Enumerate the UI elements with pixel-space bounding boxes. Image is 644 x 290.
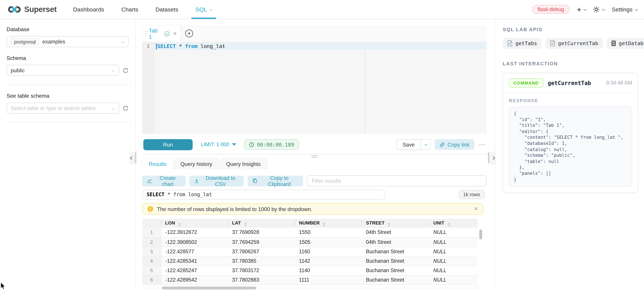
sql-code-editor[interactable]: 1 SELECT * from long_lat (142, 42, 486, 134)
create-chart-button[interactable]: Create chart (142, 176, 186, 186)
main-nav: Dashboards Charts Datasets SQL (72, 0, 214, 19)
row-number: 2 (142, 237, 161, 247)
table-cell: -122.3912672 (161, 228, 228, 237)
refresh-schema-icon[interactable] (122, 67, 128, 74)
run-button[interactable]: Run (144, 139, 193, 150)
content-area: Database postgresql examples Schema publ… (0, 19, 644, 290)
chevron-down-icon (112, 68, 115, 72)
collapse-sidebar-button[interactable] (129, 151, 134, 165)
limit-label: LIMIT: 1 000 (201, 142, 229, 147)
column-header-lon[interactable]: LON (161, 219, 228, 228)
table-cell: -122.4285341 (161, 256, 228, 266)
download-csv-button[interactable]: Download to CSV (189, 176, 244, 186)
column-header-number[interactable]: NUMBER (295, 219, 362, 228)
save-button[interactable]: Save (396, 139, 421, 150)
table-cell: -122.4289542 (161, 275, 228, 285)
editor-code-area[interactable]: SELECT * from long_lat (154, 42, 487, 134)
save-options-button[interactable] (421, 139, 431, 150)
sort-icon[interactable] (323, 222, 326, 226)
table-row: 1-122.391267237.7690928155004th StreetNU… (142, 228, 478, 237)
theme-menu[interactable] (593, 6, 605, 13)
last-interaction-heading: LAST INTERACTION (503, 61, 638, 66)
column-header-lat[interactable]: LAT (228, 219, 295, 228)
row-limit-warning: ! The number of rows displayed is limite… (142, 203, 484, 215)
results-grid: LON LAT NUMBER STREET UNIT 1-122.3912672… (142, 219, 484, 290)
nav-item-dashboards[interactable]: Dashboards (72, 0, 106, 19)
table-cell: 04th Street (362, 228, 429, 237)
sql-lab-page: Superset Dashboards Charts Datasets SQL … (0, 0, 644, 290)
table-row: 3-122.42857737.78062671160Buchanan Stree… (142, 247, 478, 256)
new-item-menu[interactable]: + (577, 5, 586, 13)
chevron-down-icon (584, 7, 587, 11)
splitter-drag-handle[interactable] (135, 152, 136, 163)
splitter-drag-handle[interactable] (488, 152, 490, 163)
copy-to-clipboard-button[interactable]: Copy to Clipboard (248, 176, 303, 186)
api-getcurrenttab-button[interactable]: getCurrentTab (545, 38, 603, 49)
warning-icon: ! (148, 206, 153, 212)
more-actions-button[interactable]: ⋯ (479, 141, 486, 148)
copy-link-label: Copy link (448, 141, 470, 148)
tab-drag-handle-icon[interactable] (146, 31, 146, 36)
results-splitter-handle[interactable] (142, 154, 486, 158)
nav-item-sql[interactable]: SQL (194, 0, 214, 19)
executed-query-row: SELECT * from long_lat 1k rows (142, 190, 486, 200)
row-count-badge: 1k rows (459, 190, 484, 199)
interaction-body: RESPONSE { "id": "1", "title": "Tab 1", … (503, 93, 638, 193)
database-select[interactable]: postgresql examples (6, 36, 128, 47)
sort-icon[interactable] (388, 222, 390, 226)
refresh-tables-icon[interactable] (122, 105, 128, 111)
text-cursor (156, 43, 157, 49)
database-group: Database postgresql examples (6, 26, 128, 47)
column-header-street[interactable]: STREET (362, 219, 429, 228)
column-header-unit[interactable]: UNIT (429, 219, 478, 228)
editor-tab-1[interactable]: Tab 1 ✕ (142, 25, 181, 42)
add-tab-button[interactable]: + (181, 25, 197, 42)
table-select[interactable]: Select table or type to search tables (6, 103, 119, 114)
chart-icon (147, 178, 152, 184)
schema-select[interactable]: public (6, 65, 119, 76)
download-csv-label: Download to CSV (202, 175, 239, 187)
response-json: { "id": "1", "title": "Tab 1", "editor":… (514, 111, 627, 183)
sun-icon (593, 6, 600, 13)
filter-results-input[interactable] (307, 175, 486, 186)
table-cell: 1505 (295, 237, 362, 247)
table-cell: 37.7694259 (228, 237, 295, 247)
row-number: 6 (142, 275, 161, 285)
api-getdatabases-button[interactable]: getDatabases (606, 38, 644, 49)
document-icon (550, 40, 555, 46)
api-buttons: getTabs getCurrentTab (503, 38, 638, 49)
editor-tabbar: Tab 1 ✕ + (142, 25, 486, 42)
row-number: 5 (142, 266, 161, 275)
response-label: RESPONSE (509, 98, 632, 103)
horizontal-scrollbar[interactable] (162, 286, 256, 289)
superset-logo[interactable]: Superset (8, 5, 56, 14)
dismiss-warning-icon[interactable]: ✕ (474, 206, 478, 212)
expand-api-panel-button[interactable] (490, 151, 496, 165)
sort-icon[interactable] (178, 222, 181, 226)
apis-heading: SQL LAB APIS (503, 27, 638, 32)
tab-query-history[interactable]: Query history (174, 158, 219, 169)
environment-badge: flask-debug (532, 5, 570, 14)
copy-link-button[interactable]: Copy link (434, 139, 474, 150)
table-cell: 37.7803172 (228, 266, 295, 275)
link-icon (439, 142, 445, 147)
tab-results[interactable]: Results (142, 158, 173, 169)
response-json-box: { "id": "1", "title": "Tab 1", "editor":… (509, 107, 632, 187)
plus-circle-icon: + (185, 30, 193, 37)
datasource-sidebar: Database postgresql examples Schema publ… (0, 19, 136, 290)
vertical-scrollbar[interactable] (480, 230, 482, 240)
sort-icon[interactable] (448, 222, 450, 226)
tab-query-insights[interactable]: Query Insights (220, 158, 267, 169)
line-number: 1 (147, 43, 150, 49)
divider (6, 84, 130, 85)
plus-icon: + (577, 5, 581, 13)
sort-icon[interactable] (244, 222, 247, 226)
settings-menu[interactable]: Settings (612, 6, 638, 13)
nav-item-charts[interactable]: Charts (120, 0, 140, 19)
limit-dropdown[interactable]: LIMIT: 1 000 (201, 142, 236, 147)
close-tab-icon[interactable]: ✕ (173, 31, 177, 36)
nav-item-datasets[interactable]: Datasets (154, 0, 180, 19)
api-gettabs-button[interactable]: getTabs (503, 38, 542, 49)
table-schema-group: See table schema Select table or type to… (6, 93, 128, 114)
command-timestamp: 9:34:48 AM (606, 80, 632, 86)
